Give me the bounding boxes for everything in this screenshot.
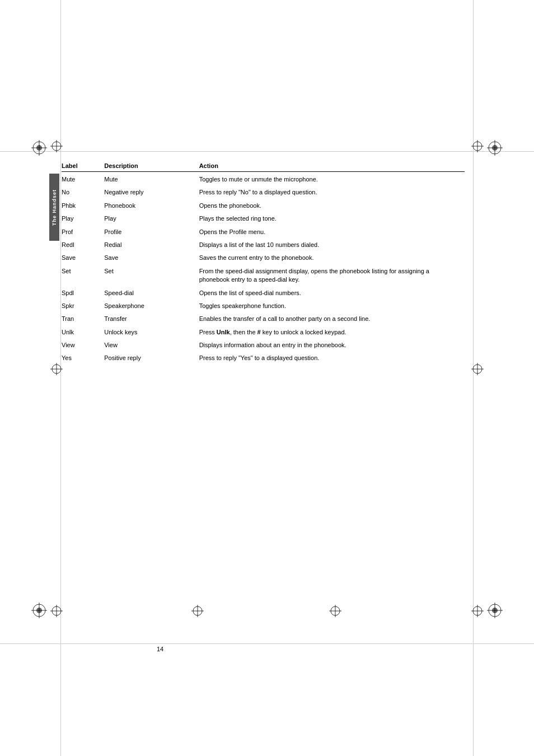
table-row: SpkrSpeakerphoneToggles speakerphone fun… [62,300,465,312]
row-description: Negative reply [104,186,199,199]
trim-line-vertical-left [60,0,61,756]
table-row: SaveSaveSaves the current entry to the p… [62,251,465,264]
table-row: UnlkUnlock keysPress Unlk, then the # ke… [62,326,465,339]
row-action: Displays a list of the last 10 numbers d… [199,239,465,251]
reg-mark-bottom-right-inner [471,605,484,617]
row-description: Profile [104,226,199,239]
row-label: No [62,186,104,199]
row-action: Press to reply "Yes" to a displayed ques… [199,352,465,365]
table-row: PlayPlayPlays the selected ring tone. [62,212,465,225]
row-description: Save [104,251,199,264]
row-action: Plays the selected ring tone. [199,212,465,225]
page-number: 14 [157,646,163,652]
row-description: Play [104,212,199,225]
row-description: Phonebook [104,199,199,212]
table-row: TranTransferEnables the transfer of a ca… [62,312,465,325]
row-label: Prof [62,226,104,239]
header-label: Label [62,162,104,172]
row-label: Yes [62,352,104,365]
row-action: Enables the transfer of a call to anothe… [199,312,465,325]
table-row: MuteMuteToggles to mute or unmute the mi… [62,172,465,186]
row-label: Phbk [62,199,104,212]
row-description: Mute [104,172,199,186]
trim-line-vertical-right [473,0,474,756]
table-row: RedlRedialDisplays a list of the last 10… [62,239,465,251]
row-action: Toggles to mute or unmute the microphone… [199,172,465,186]
reg-mark-bottom-center-right [329,605,341,617]
sidebar-tab: The Handset [49,174,59,241]
reference-table: Label Description Action MuteMuteToggles… [62,162,465,365]
row-action: Displays information about an entry in t… [199,339,465,352]
row-description: Speed-dial [104,287,199,300]
table-row: NoNegative replyPress to reply "No" to a… [62,186,465,199]
row-description: Transfer [104,312,199,325]
row-description: Positive reply [104,352,199,365]
row-action: Opens the phonebook. [199,199,465,212]
reg-mark-top-right-outer [487,140,503,156]
row-action: From the speed-dial assignment display, … [199,265,465,287]
row-label: Tran [62,312,104,325]
row-label: Unlk [62,326,104,339]
reg-mark-top-right-inner [471,140,484,152]
row-action: Toggles speakerphone function. [199,300,465,312]
trim-line-horizontal-top [0,151,534,152]
row-description: View [104,339,199,352]
table-row: ProfProfileOpens the Profile menu. [62,226,465,239]
table-row: PhbkPhonebookOpens the phonebook. [62,199,465,212]
table-row: SpdlSpeed-dialOpens the list of speed-di… [62,287,465,300]
row-description: Set [104,265,199,287]
reg-mark-top-left-inner [50,140,63,152]
main-content: Label Description Action MuteMuteToggles… [62,162,465,365]
row-description: Unlock keys [104,326,199,339]
table-row: SetSetFrom the speed-dial assignment dis… [62,265,465,287]
row-label: Play [62,212,104,225]
row-label: Spdl [62,287,104,300]
row-action: Opens the list of speed-dial numbers. [199,287,465,300]
row-label: Redl [62,239,104,251]
row-label: Save [62,251,104,264]
reg-mark-bottom-left-outer [31,603,47,618]
row-label: Mute [62,172,104,186]
row-label: Spkr [62,300,104,312]
row-label: Set [62,265,104,287]
table-row: YesPositive replyPress to reply "Yes" to… [62,352,465,365]
row-action: Press Unlk, then the # key to unlock a l… [199,326,465,339]
reg-mark-mid-left-inner [50,363,63,375]
row-description: Redial [104,239,199,251]
reg-mark-top-left-outer [31,140,47,156]
header-action: Action [199,162,465,172]
reg-mark-mid-right-inner [471,363,484,375]
reg-mark-bottom-right-outer [487,603,503,618]
sidebar-tab-label: The Handset [51,189,57,226]
trim-line-horizontal-bottom [0,643,534,644]
reg-mark-bottom-center-left [191,605,204,617]
row-label: View [62,339,104,352]
header-description: Description [104,162,199,172]
row-action: Press to reply "No" to a displayed quest… [199,186,465,199]
table-row: ViewViewDisplays information about an en… [62,339,465,352]
reg-mark-bottom-left-inner [50,605,63,617]
row-action: Opens the Profile menu. [199,226,465,239]
row-description: Speakerphone [104,300,199,312]
row-action: Saves the current entry to the phonebook… [199,251,465,264]
